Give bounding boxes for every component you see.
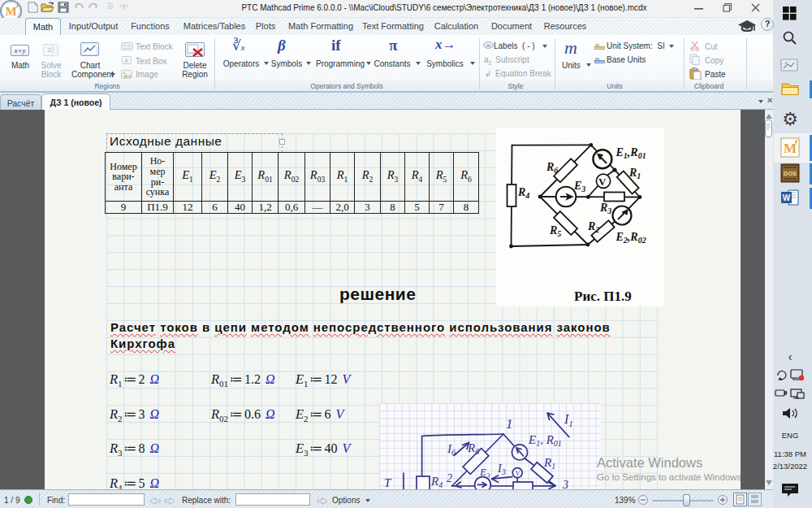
svg-text:M: M [5, 5, 16, 18]
svg-text:R6: R6 [546, 161, 558, 175]
svg-text:E1,R01: E1,R01 [615, 146, 646, 160]
svg-text:R2: R2 [587, 220, 599, 234]
svg-text:V: V [598, 176, 607, 188]
svg-text:m: m [486, 43, 490, 48]
svg-text:1: 1 [506, 416, 513, 432]
svg-text:R5: R5 [549, 224, 561, 238]
svg-text:R4: R4 [517, 186, 529, 200]
svg-text:3: 3 [562, 479, 568, 489]
svg-text:V: V [516, 469, 521, 477]
svg-text:DOS: DOS [784, 170, 797, 177]
svg-text:R1: R1 [628, 167, 641, 180]
svg-text:M: M [784, 141, 797, 156]
svg-text:E2,R02: E2,R02 [615, 231, 646, 245]
svg-text:W: W [783, 193, 791, 202]
svg-text:A: A [124, 58, 128, 63]
svg-text:R3: R3 [599, 202, 611, 215]
svg-text:2: 2 [447, 472, 452, 484]
svg-text:E3: E3 [573, 180, 585, 193]
